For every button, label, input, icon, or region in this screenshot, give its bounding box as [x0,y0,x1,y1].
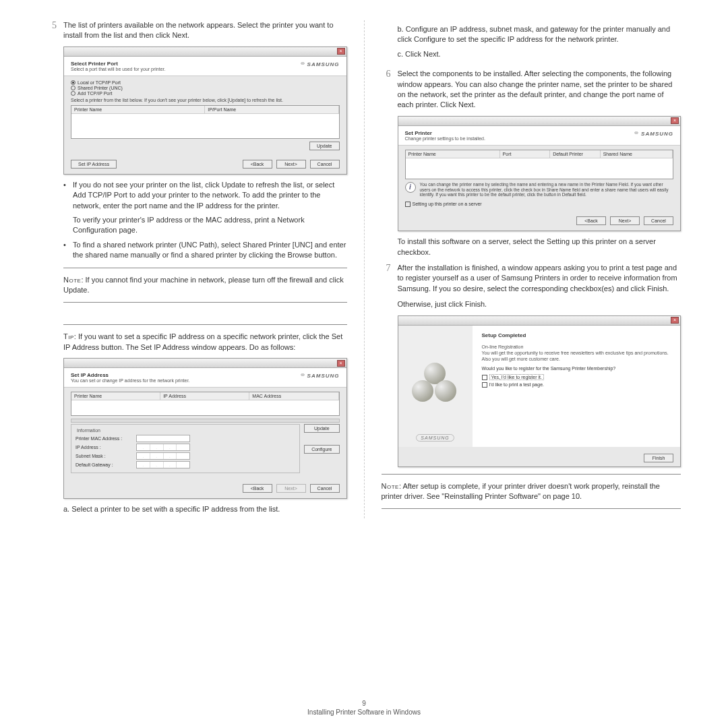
mask-field[interactable]: ... [136,452,190,460]
register-label: Yes, I'd like to register it. [489,374,544,380]
set-ip-address-dialog: × Set IP Address You can set or change I… [63,358,347,499]
col-shared: Shared Name [601,150,673,158]
register-question: Would you like to register for the Samsu… [482,366,671,371]
substep-a: a. Select a printer to be set with a spe… [63,504,347,514]
bullet-icon: • [63,240,73,261]
ip-field[interactable]: ... [136,444,190,451]
bullet-icon: • [63,180,73,211]
radio-add-tcpip[interactable]: Add TCP/IP Port [71,91,340,96]
select-printer-port-dialog: × Select Printer Port Select a port that… [63,47,347,175]
printer-settings-list[interactable]: Printer Name Port Default Printer Shared… [405,150,674,179]
close-icon[interactable]: × [337,48,345,55]
back-button[interactable]: <Back [576,216,606,225]
col-printer-name: Printer Name [406,150,500,158]
note-label: Note [63,276,81,284]
dialog-subtitle: Change printer settings to be installed. [405,136,485,141]
step-7-number: 7 [382,263,398,294]
orb-icon [435,380,456,402]
install-server-text: To install this software on a server, se… [398,237,681,257]
configure-button[interactable]: Configure [304,445,339,454]
step-6-text: Select the components to be installed. A… [398,69,681,111]
dialog-title: Set Printer [405,130,485,136]
testpage-label: I'd like to print a test page. [489,382,545,387]
step-6-number: 6 [382,69,398,111]
close-icon[interactable]: × [337,360,345,367]
col-port: Port [500,150,551,158]
step-7-text: After the installation is finished, a wi… [398,263,681,294]
gateway-label: Default Gateway : [75,462,136,467]
close-icon[interactable]: × [671,317,679,324]
dialog-subtitle: You can set or change IP address for the… [71,378,189,383]
info-text: You can change the printer name by selec… [420,182,674,198]
divider [382,508,681,509]
mac-field[interactable] [136,435,190,442]
register-checkbox[interactable] [482,375,487,380]
online-reg-heading: On-line Registration [482,344,524,349]
dialog-title: Set IP Address [71,372,189,378]
setup-image: SAMSUNG [398,326,473,447]
bullet-update-text: If you do not see your printer on the li… [73,180,347,211]
divider [63,324,347,325]
mac-label: Printer MAC Address : [75,436,136,441]
bullet-unc-text: To find a shared network printer (UNC Pa… [73,240,347,261]
testpage-checkbox[interactable] [482,382,487,388]
col-default: Default Printer [550,150,601,158]
close-icon[interactable]: × [671,117,679,124]
verify-ip-text: To verify your printer's IP address or t… [73,215,347,236]
orb-icon [412,380,433,402]
online-reg-text: You will get the opportunity to receive … [482,350,671,362]
update-button[interactable]: Update [309,142,340,150]
cancel-button[interactable]: Cancel [644,216,673,225]
otherwise-text: Otherwise, just click Finish. [398,299,681,309]
finish-button[interactable]: Finish [644,454,673,462]
radio-shared-unc[interactable]: Shared Printer (UNC) [71,86,340,90]
back-button[interactable]: <Back [243,484,272,493]
note-reinstall: : After setup is complete, if your print… [382,482,660,500]
radio-local-tcpip[interactable]: Local or TCP/IP Port [71,80,340,85]
divider [63,302,347,303]
brand-logo: SAMSUNG [299,61,340,67]
set-printer-dialog: × Set Printer Change printer settings to… [398,116,681,232]
information-legend: Information [75,428,102,433]
brand-logo: SAMSUNG [633,130,673,137]
mask-label: Subnet Mask : [75,454,136,458]
tip-label: Tip [63,332,74,340]
server-checkbox[interactable] [405,202,411,207]
col-ip-port: IP/Port Name [205,106,338,113]
tip-setip: : If you want to set a specific IP addre… [63,332,342,351]
setup-completed-dialog: × SAMSUNG Setup Completed On-line Regist… [398,315,681,467]
info-icon: i [405,182,416,193]
step-5-number: 5 [47,20,63,41]
next-button[interactable]: Next> [610,216,640,225]
printer-ip-list[interactable]: Printer Name IP Address MAC Address [71,392,340,416]
col-mac-address: MAC Address [249,392,338,400]
step-5-text: The list of printers available on the ne… [63,20,347,41]
page-footer: 9 Installing Printer Software in Windows [0,700,728,716]
dialog-title: Select Printer Port [71,61,165,67]
col-ip-address: IP Address [160,392,249,400]
update-button[interactable]: Update [304,424,339,433]
section-title: Installing Printer Software in Windows [0,708,728,716]
dialog-subtitle: Select a port that will be used for your… [71,67,165,71]
printer-list[interactable]: Printer Name IP/Port Name [71,105,340,139]
cancel-button[interactable]: Cancel [310,484,340,493]
divider [63,268,347,268]
page-number: 9 [0,700,728,707]
col-printer-name: Printer Name [71,106,205,113]
brand-logo: SAMSUNG [416,434,454,442]
ip-label: IP Address : [75,445,136,450]
set-ip-button[interactable]: Set IP Address [71,160,117,169]
next-button: Next> [276,484,306,493]
server-checkbox-label: Setting up this printer on a server [413,202,482,206]
gateway-field[interactable]: ... [136,461,190,468]
divider [382,474,681,475]
printer-list-instruction: Select a printer from the list below. If… [71,98,340,102]
note-firewall: : If you cannot find your machine in net… [63,276,344,294]
cancel-button[interactable]: Cancel [310,160,340,169]
column-divider [364,20,365,518]
note-label: Note [382,482,399,490]
substep-b: b. Configure an IP address, subnet mask,… [398,24,681,45]
brand-logo: SAMSUNG [299,372,340,379]
back-button[interactable]: <Back [243,160,272,169]
next-button[interactable]: Next> [276,160,306,169]
